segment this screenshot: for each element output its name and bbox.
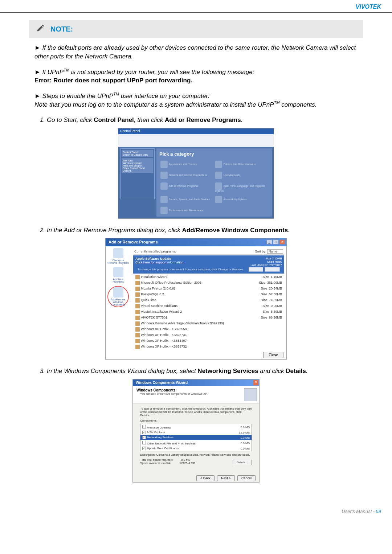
cp-cat-item: User Accounts — [215, 172, 266, 179]
accessibility-icon — [215, 196, 222, 203]
list-item: VIVOTEK ST7501Size 66.96MB — [133, 315, 284, 321]
footer-page: 59 — [376, 509, 381, 514]
note-title: NOTE: — [50, 25, 73, 33]
cp-main: Pick a category Appearance and Themes Pr… — [156, 148, 272, 217]
list-item: Windows XP Hotfix - KB833407 — [133, 338, 284, 344]
windows-components-wizard-screenshot: Windows Components Wizard ✕ Windows Comp… — [132, 379, 260, 483]
list-item: Virtual Machine AdditionsSize 0.90MB — [133, 303, 284, 309]
note-2-b: is not supported by your router, you wil… — [69, 68, 254, 75]
wiz-header: Windows Components You can add or remove… — [133, 386, 259, 403]
network-icon — [160, 172, 168, 179]
change-button: Change — [249, 267, 263, 272]
step-1-d: Add or Remove Programs — [165, 116, 241, 123]
cp-sidebar: Control Panel Switch to Classic View See… — [120, 148, 155, 199]
add-remove-icon — [160, 182, 168, 190]
list-item: Windows Genuine Advantage Validation Too… — [133, 321, 284, 327]
list-item: PostgreSQL 8.2Size 57.50MB — [133, 292, 284, 297]
step-1-a: 1. Go to Start, click — [40, 116, 94, 123]
arrow-icon: ► — [34, 68, 41, 75]
theme-icon — [160, 161, 168, 168]
cp-title-bar: Control Panel — [118, 128, 274, 134]
windows-components-icon — [113, 287, 123, 297]
wiz-comp-label: Components: — [140, 419, 252, 422]
control-panel-screenshot: Control Panel Control Panel Switch to Cl… — [118, 128, 274, 219]
cp-cat-item: Date, Time, Language, and Regional Optio… — [215, 182, 266, 192]
step-2-a: 2. In the Add or Remove Programs dialog … — [40, 227, 182, 234]
step-3-b: Networking Services — [197, 368, 258, 374]
note-item-1: ► If the default ports are already used … — [29, 44, 363, 61]
list-item: Microsoft Office Professional Edition 20… — [133, 280, 284, 286]
note-3-d: components. — [279, 101, 317, 108]
step-1-b: Control Panel — [94, 116, 134, 123]
perf-icon — [160, 207, 168, 214]
step-3-c: and click — [258, 368, 286, 374]
cp-cat-item: Appearance and Themes — [160, 161, 211, 168]
maximize-icon: □ — [273, 239, 279, 245]
cp-side-item: Control Panel Switch to Classic View — [122, 150, 153, 157]
list-item: Installation WizardSize 1.10MB — [133, 274, 284, 280]
arp-title-bar: Add or Remove Programs — [106, 238, 286, 246]
cp-cat-item: Network and Internet Connections — [160, 172, 211, 179]
list-item: Message Queuing0.0 MB — [140, 424, 252, 430]
cp-cat-item: Add or Remove Programs — [160, 182, 211, 190]
list-item: Networking Services0.3 MB — [140, 435, 252, 440]
arp-side-change: Change or Remove Programs — [107, 248, 129, 264]
wiz-footer: < Back Next > Cancel — [195, 474, 256, 481]
arp-side-windows-components: Add/Remove Windows Components — [107, 286, 129, 307]
note-1-text: If the default ports are already used by… — [34, 44, 356, 60]
cancel-button: Cancel — [237, 475, 256, 481]
minimize-icon: _ — [266, 239, 272, 245]
arp-header: Currently installed programs: Sort by: N… — [133, 249, 284, 255]
wiz-desc2: Description: Contains a variety of speci… — [140, 453, 252, 456]
details-button: Details... — [233, 460, 252, 465]
wiz-header-title: Windows Components — [136, 388, 256, 392]
footer-text: User's Manual - — [342, 509, 376, 514]
list-item: Vivotek Installation Wizard 2Size 5.50MB — [133, 309, 284, 315]
wiz-title-bar: Windows Components Wizard — [133, 379, 259, 386]
arp-footer: Close — [263, 351, 283, 358]
arp-sidebar: Change or Remove Programs Add New Progra… — [106, 246, 131, 349]
step-1-e: . — [241, 116, 243, 123]
note-3-c: Note that you must log on to the compute… — [34, 101, 274, 108]
note-item-3: ► Steps to enable the UPnPTM user interf… — [29, 91, 363, 109]
components-icon — [244, 388, 257, 401]
arrow-icon: ► — [34, 93, 41, 99]
remove-button: Remove — [265, 267, 280, 272]
note-2-error: Error: Router does not support UPnP port… — [34, 77, 192, 84]
cp-side-item: See Also Windows Update Help and Support… — [122, 158, 153, 173]
note-2-a: If UPnP — [42, 68, 64, 75]
list-item: Update Root Certificates0.0 MB — [140, 446, 252, 451]
user-icon — [215, 172, 222, 179]
date-icon — [215, 182, 222, 190]
arp-program-list: Installation WizardSize 1.10MBMicrosoft … — [133, 274, 284, 349]
step-2: 2. In the Add or Remove Programs dialog … — [29, 226, 363, 235]
list-item: Windows XP Hotfix - KB823559 — [133, 327, 284, 332]
step-2-b: Add/Remove Windows Components — [182, 227, 288, 234]
step-1-c: , then click — [134, 116, 165, 123]
step-3-d: Details — [286, 368, 306, 374]
change-remove-icon — [113, 248, 123, 258]
note-header-box: NOTE: — [29, 20, 363, 38]
page-content: NOTE: ► If the default ports are already… — [0, 13, 392, 504]
wiz-desc: To add or remove a component, click the … — [140, 407, 252, 417]
page-footer: User's Manual - 59 — [0, 504, 392, 518]
note-item-2: ► If UPnPTM is not supported by your rou… — [29, 67, 363, 85]
cp-pick: Pick a category — [159, 151, 269, 157]
close-icon: ✕ — [253, 380, 258, 385]
wiz-header-sub: You can add or remove components of Wind… — [136, 392, 256, 395]
step-2-c: . — [288, 227, 290, 234]
cp-toolbar — [118, 134, 274, 147]
wiz-component-list: Message Queuing0.0 MBMSN Explorer13.5 MB… — [140, 424, 252, 451]
brand-label: VIVOTEK — [356, 4, 381, 10]
add-programs-icon — [113, 267, 123, 277]
list-item: Mozilla Firefox (2.0.0.6)Size 20.34MB — [133, 286, 284, 292]
step-3: 3. In the Windows Components Wizard dial… — [29, 367, 363, 376]
step-1: 1. Go to Start, click Control Panel, the… — [29, 116, 363, 124]
close-button: Close — [263, 352, 283, 358]
wiz-body: To add or remove a component, click the … — [133, 403, 259, 471]
step-3-e: . — [306, 368, 308, 374]
arp-selected-row: Apple Software Update Click here for sup… — [133, 255, 284, 274]
list-item: Other Network File and Print Services0.0… — [140, 440, 252, 446]
list-item: MSN Explorer13.5 MB — [140, 430, 252, 435]
page-header: VIVOTEK — [0, 0, 392, 13]
